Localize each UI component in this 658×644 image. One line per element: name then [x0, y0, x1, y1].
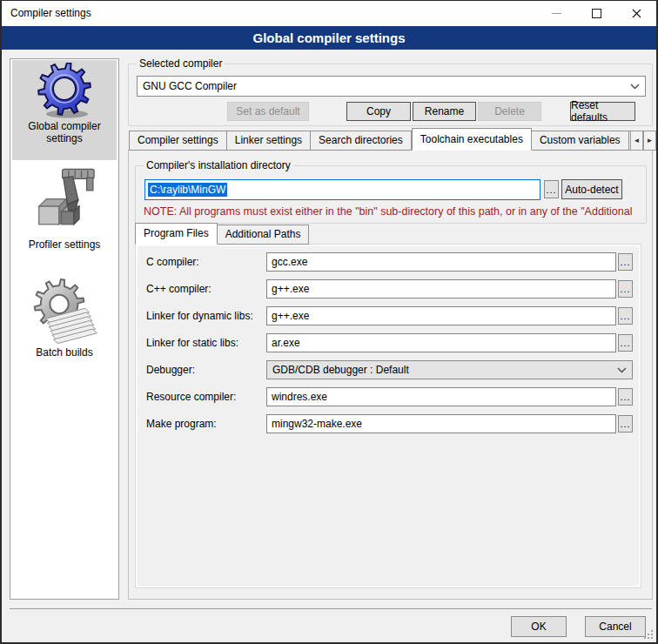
- cpp-compiler-input[interactable]: [266, 279, 616, 299]
- program-files-tab-strip: Program Files Additional Paths: [135, 223, 309, 245]
- tab-scroll-right-icon: ►: [647, 137, 654, 144]
- field-label: Debugger:: [146, 360, 195, 379]
- caliper-icon: [30, 164, 98, 238]
- set-as-default-button[interactable]: Set as default: [227, 102, 309, 121]
- sidebar-item-label: Batch builds: [12, 346, 117, 359]
- selected-compiler-group: Selected compiler GNU GCC Compiler Set a…: [128, 64, 653, 126]
- window-title: Compiler settings: [10, 1, 91, 26]
- chevron-down-icon: [617, 367, 627, 373]
- field-label: Make program:: [146, 414, 217, 433]
- minimize-button[interactable]: [536, 1, 576, 26]
- settings-tab-strip: Compiler settings Linker settings Search…: [129, 128, 658, 151]
- tab-toolchain-executables[interactable]: Toolchain executables: [412, 128, 532, 151]
- rename-button[interactable]: Rename: [413, 102, 476, 121]
- compiler-select-value: GNU GCC Compiler: [143, 80, 630, 92]
- browse-cpp-compiler-button[interactable]: ...: [618, 280, 633, 298]
- auto-detect-button[interactable]: Auto-detect: [561, 179, 622, 199]
- c-compiler-input[interactable]: [266, 252, 616, 272]
- subtab-program-files[interactable]: Program Files: [135, 223, 218, 245]
- debugger-select-value: GDB/CDB debugger : Default: [272, 364, 617, 376]
- field-label: Resource compiler:: [146, 387, 236, 406]
- cancel-button[interactable]: Cancel: [585, 616, 646, 637]
- group-label: Selected compiler: [137, 57, 225, 70]
- make-program-input[interactable]: [266, 414, 616, 433]
- field-row-linker-dynamic: Linker for dynamic libs: ...: [136, 306, 641, 325]
- tab-custom-variables[interactable]: Custom variables: [532, 131, 629, 151]
- tab-compiler-settings[interactable]: Compiler settings: [129, 131, 227, 151]
- linker-static-input[interactable]: [266, 333, 616, 352]
- gray-gear-papers-icon: [31, 278, 97, 346]
- sidebar-item-label: Profiler settings: [12, 238, 117, 251]
- delete-button[interactable]: Delete: [478, 102, 541, 121]
- tab-search-directories[interactable]: Search directories: [311, 131, 412, 151]
- browse-linker-dynamic-button[interactable]: ...: [618, 307, 633, 325]
- field-label: Linker for dynamic libs:: [146, 306, 253, 325]
- field-row-debugger: Debugger: GDB/CDB debugger : Default: [136, 360, 641, 379]
- tab-scroll-right-button[interactable]: ►: [643, 131, 656, 151]
- field-label: C++ compiler:: [146, 279, 212, 299]
- maximize-button[interactable]: [576, 1, 616, 26]
- resize-grip[interactable]: [644, 630, 654, 640]
- browse-directory-button[interactable]: ...: [544, 180, 559, 198]
- tab-scroll-left-button[interactable]: ◄: [630, 131, 643, 151]
- installation-directory-input[interactable]: C:\raylib\MinGW: [144, 179, 540, 200]
- browse-make-program-button[interactable]: ...: [618, 415, 633, 433]
- reset-defaults-button[interactable]: Reset defaults: [570, 102, 635, 121]
- copy-button[interactable]: Copy: [346, 102, 411, 121]
- field-row-make-program: Make program: ...: [136, 414, 641, 433]
- minimize-icon: [552, 13, 561, 14]
- sidebar-item-profiler-settings[interactable]: Profiler settings: [12, 164, 117, 256]
- sidebar-item-batch-builds[interactable]: Batch builds: [12, 278, 117, 360]
- browse-linker-static-button[interactable]: ...: [618, 334, 633, 352]
- field-row-c-compiler: C compiler: ...: [136, 252, 641, 272]
- browse-resource-compiler-button[interactable]: ...: [618, 388, 633, 406]
- group-label: Compiler's installation directory: [144, 159, 293, 171]
- field-label: Linker for static libs:: [146, 333, 238, 352]
- blue-gear-icon: [37, 63, 92, 120]
- ok-button[interactable]: OK: [511, 616, 567, 637]
- chevron-down-icon: [630, 84, 640, 90]
- note-text: NOTE: All programs must exist either in …: [144, 205, 643, 218]
- compiler-settings-dialog: Compiler settings Global compiler settin…: [0, 0, 658, 644]
- browse-c-compiler-button[interactable]: ...: [618, 253, 633, 271]
- maximize-icon: [592, 9, 601, 18]
- compiler-select[interactable]: GNU GCC Compiler: [137, 76, 646, 97]
- field-label: C compiler:: [146, 252, 199, 272]
- sidebar-item-global-compiler-settings[interactable]: Global compiler settings: [12, 60, 117, 160]
- settings-category-sidebar: Global compiler settings Profiler settin…: [10, 58, 119, 600]
- subtab-additional-paths[interactable]: Additional Paths: [218, 225, 310, 245]
- close-icon: [632, 9, 641, 18]
- tab-linker-settings[interactable]: Linker settings: [227, 131, 311, 151]
- resource-compiler-input[interactable]: [266, 387, 616, 406]
- sidebar-item-label: Global compiler settings: [12, 120, 117, 144]
- field-row-resource-compiler: Resource compiler: ...: [136, 387, 641, 406]
- linker-dynamic-input[interactable]: [266, 306, 616, 325]
- footer-separator: [10, 608, 652, 609]
- installation-directory-group: Compiler's installation directory C:\ray…: [135, 165, 647, 224]
- tab-scroll-left-icon: ◄: [634, 137, 641, 144]
- field-row-cpp-compiler: C++ compiler: ...: [136, 279, 641, 299]
- installation-directory-value: C:\raylib\MinGW: [148, 183, 227, 197]
- title-bar: Compiler settings: [2, 1, 656, 26]
- debugger-select[interactable]: GDB/CDB debugger : Default: [266, 360, 633, 379]
- program-files-panel: C compiler: ... C++ compiler: ... Linker…: [135, 244, 641, 588]
- close-button[interactable]: [616, 1, 656, 26]
- dialog-banner: Global compiler settings: [2, 26, 656, 50]
- field-row-linker-static: Linker for static libs: ...: [136, 333, 641, 352]
